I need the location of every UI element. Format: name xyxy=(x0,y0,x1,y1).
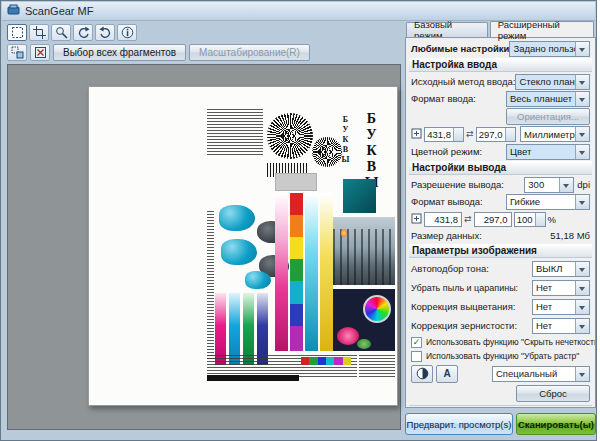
scale-field[interactable]: 100 xyxy=(514,212,546,227)
color-mode-label: Цветной режим: xyxy=(411,146,482,157)
input-size-icon xyxy=(411,128,422,141)
section-input-settings: Настройка ввода xyxy=(409,58,592,72)
cyan-shape-3 xyxy=(245,271,271,289)
zoom-button: Масштабирование(R) xyxy=(189,44,310,61)
output-format-label: Формат вывода: xyxy=(411,196,483,207)
test-chart-text-block-top xyxy=(207,109,263,155)
dust-scratch-select[interactable]: Нет xyxy=(532,280,590,296)
test-chart-text-right xyxy=(359,355,395,377)
target-text-small: БУКВЫ xyxy=(341,115,350,177)
rotate-right-icon[interactable] xyxy=(95,24,115,41)
zoom-icon[interactable] xyxy=(51,24,71,41)
tab-basic-mode[interactable]: Базовый режим xyxy=(406,22,488,37)
grain-label: Коррекция зернистости: xyxy=(411,320,517,331)
output-height-field[interactable]: 297,0 xyxy=(474,212,512,227)
output-format-select[interactable]: Гибкие xyxy=(506,194,590,210)
toolbar-crops: Выбор всех фрагментов Масштабирование(R) xyxy=(7,43,310,61)
window-title: ScanGear MF xyxy=(25,5,93,17)
gray-patch xyxy=(275,173,317,191)
swap-output-icon: ⇄ xyxy=(464,214,472,224)
descreen-checkbox[interactable] xyxy=(411,351,422,362)
resolution-label: Разрешение вывода: xyxy=(411,179,504,190)
dust-scratch-label: Убрать пыль и царапины: xyxy=(411,283,518,293)
app-icon xyxy=(7,4,20,19)
grain-select[interactable]: Нет xyxy=(532,318,590,334)
teal-patch xyxy=(343,179,376,213)
unsharp-checkbox[interactable]: ✓ xyxy=(411,337,422,348)
input-width-field[interactable]: 431,8 xyxy=(424,127,464,142)
reset-button[interactable]: Сброс xyxy=(516,385,590,402)
crop-icon[interactable] xyxy=(29,24,49,41)
mode-tabs: Базовый режим Расширенный режим xyxy=(406,21,596,37)
resolution-select[interactable]: 300 xyxy=(524,177,574,193)
target-text-large: БУКВЫ xyxy=(363,111,379,189)
color-checker-strip xyxy=(301,357,351,365)
settings-panel: Любимые настройки Задано пользователем Н… xyxy=(405,37,596,408)
resolution-fan-small xyxy=(312,137,342,167)
clear-crop-icon[interactable] xyxy=(30,44,50,61)
data-size-label: Размер данных: xyxy=(411,230,482,241)
flower xyxy=(337,327,359,345)
resolution-unit: dpi xyxy=(577,179,590,190)
info-icon[interactable] xyxy=(117,24,137,41)
test-chart-text-column xyxy=(207,211,214,361)
black-bar xyxy=(207,375,299,381)
section-image-settings: Параметры изображения xyxy=(409,244,592,258)
descreen-label: Использовать функцию "Убрать растр" xyxy=(426,351,579,361)
output-width-field[interactable]: 431,8 xyxy=(424,212,462,227)
resolution-fan-large xyxy=(267,113,313,159)
photo-industrial xyxy=(333,217,395,285)
brightness-contrast-icon[interactable]: A xyxy=(436,365,458,383)
units-select[interactable]: Миллиметры xyxy=(520,126,590,142)
unsharp-label: Использовать функцию "Скрыть нечеткость" xyxy=(426,337,596,347)
input-format-label: Формат ввода: xyxy=(411,93,476,104)
auto-tone-select[interactable]: ВЫКЛ xyxy=(532,261,590,277)
output-size-icon xyxy=(411,213,422,226)
input-height-field[interactable]: 297,0 xyxy=(476,127,516,142)
orientation-button: Ориентация... xyxy=(506,108,590,125)
swap-dimensions-icon[interactable]: ⇄ xyxy=(466,129,474,139)
scale-unit: % xyxy=(548,214,556,225)
section-output-settings: Настройки вывода xyxy=(409,161,592,175)
scan-button[interactable]: Сканировать(ы) xyxy=(516,413,596,435)
favorites-select[interactable]: Задано пользователем xyxy=(509,41,590,57)
auto-tone-label: Автоподбор тона: xyxy=(411,263,489,274)
check-icon: ✓ xyxy=(413,338,421,347)
marquee-select-icon[interactable] xyxy=(7,24,27,41)
scangear-window: ScanGear MF Выбор всех фрагментов Ма xyxy=(0,0,597,441)
source-select[interactable]: Стекло планшета xyxy=(515,74,590,90)
scanned-page[interactable]: БУКВЫ БУКВЫ xyxy=(88,86,398,406)
favorites-label: Любимые настройки xyxy=(411,43,509,54)
photo-collage xyxy=(333,289,395,351)
source-label: Исходный метод ввода: xyxy=(411,76,515,87)
threshold-icon[interactable] xyxy=(411,365,433,383)
cyan-shape-1 xyxy=(219,205,255,231)
action-bar: Предварит. просмотр(s) Сканировать(ы) xyxy=(405,413,596,436)
preview-canvas[interactable]: БУКВЫ БУКВЫ xyxy=(7,64,401,430)
fading-label: Коррекция выцветания: xyxy=(411,301,515,312)
rotate-left-icon[interactable] xyxy=(73,24,93,41)
toolbar-tools xyxy=(7,24,137,42)
auto-crop-icon[interactable] xyxy=(7,44,27,61)
preview-button[interactable]: Предварит. просмотр(s) xyxy=(405,413,513,435)
cyan-shape-2 xyxy=(221,239,257,265)
tone-preset-select[interactable]: Специальный xyxy=(492,366,590,382)
fading-select[interactable]: Нет xyxy=(532,299,590,315)
color-mode-select[interactable]: Цвет xyxy=(506,144,590,160)
cd-disc xyxy=(363,295,391,323)
input-format-select[interactable]: Весь планшет xyxy=(506,91,590,107)
leaf xyxy=(357,339,371,349)
select-all-crops-button[interactable]: Выбор всех фрагментов xyxy=(53,44,186,61)
data-size-value: 51,18 Мб xyxy=(550,230,590,241)
gradient-columns xyxy=(275,193,333,351)
tab-advanced-mode[interactable]: Расширенный режим xyxy=(490,21,594,37)
